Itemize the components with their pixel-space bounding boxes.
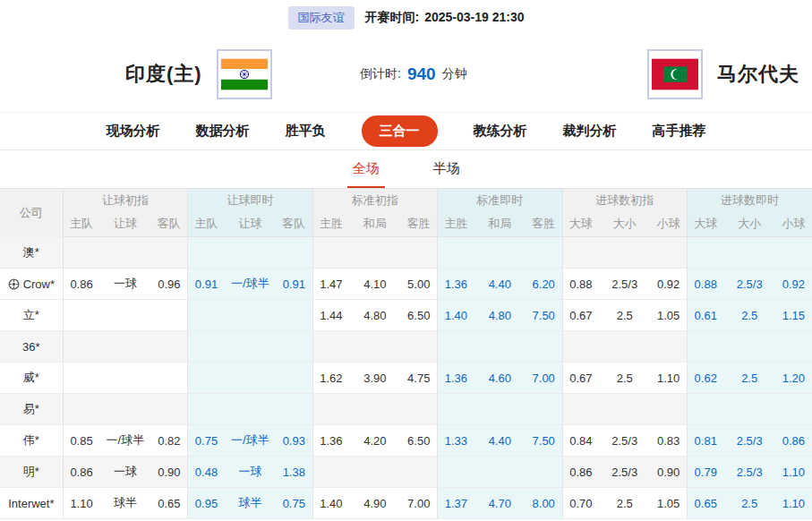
odds-cell[interactable]: 0.86 [562, 457, 599, 488]
company-cell[interactable]: Crow* [0, 269, 63, 300]
odds-cell[interactable]: 0.88 [562, 269, 599, 300]
odds-cell[interactable]: 8.00 [526, 488, 562, 519]
odds-cell[interactable]: 1.05 [650, 300, 687, 331]
odds-cell[interactable]: 0.92 [650, 269, 687, 300]
odds-cell[interactable]: 1.20 [775, 363, 812, 394]
odds-cell[interactable]: 2.5 [599, 488, 650, 519]
odds-cell[interactable]: 2.5/3 [599, 425, 650, 457]
odds-cell[interactable]: 4.20 [349, 425, 400, 457]
odds-cell[interactable]: 1.38 [276, 457, 312, 488]
odds-cell[interactable]: 1.40 [438, 300, 474, 331]
odds-cell[interactable]: 0.84 [562, 425, 599, 457]
odds-cell[interactable]: 0.70 [562, 488, 599, 519]
odds-cell[interactable]: 4.80 [474, 300, 526, 331]
odds-cell[interactable]: 0.95 [188, 488, 225, 519]
odds-cell[interactable]: 4.10 [349, 269, 400, 300]
odds-cell[interactable]: 7.00 [400, 488, 437, 519]
odds-cell[interactable]: 0.92 [775, 269, 812, 300]
company-cell[interactable]: Interwet* [0, 488, 63, 519]
odds-cell[interactable]: 0.82 [151, 425, 188, 457]
odds-cell[interactable]: 0.90 [151, 457, 188, 488]
company-cell[interactable]: 易* [0, 394, 63, 425]
odds-cell[interactable]: 0.67 [562, 300, 599, 331]
nav-tab-three-in-one[interactable]: 三合一 [362, 115, 438, 147]
odds-cell[interactable]: 一/球半 [225, 425, 276, 457]
odds-cell[interactable]: 4.90 [349, 488, 400, 519]
odds-cell[interactable]: 2.5/3 [724, 425, 775, 457]
odds-cell[interactable]: 1.44 [312, 300, 349, 331]
odds-cell[interactable]: 1.40 [312, 488, 349, 519]
odds-cell[interactable]: 0.79 [687, 457, 723, 488]
company-cell[interactable]: 立* [0, 300, 63, 331]
odds-cell[interactable]: 一球 [99, 457, 150, 488]
odds-cell[interactable]: 2.5 [724, 300, 775, 331]
odds-cell[interactable]: 一/球半 [99, 425, 150, 457]
nav-tab-coach-analysis[interactable]: 教练分析 [474, 123, 527, 140]
odds-cell[interactable]: 2.5/3 [724, 457, 775, 488]
company-cell[interactable]: 36* [0, 331, 63, 363]
odds-cell[interactable]: 0.81 [687, 425, 723, 457]
nav-tab-live-analysis[interactable]: 现场分析 [107, 123, 160, 140]
company-cell[interactable]: 威* [0, 363, 63, 394]
odds-cell[interactable]: 1.15 [775, 300, 812, 331]
nav-tab-data-analysis[interactable]: 数据分析 [196, 123, 250, 140]
odds-cell[interactable]: 0.83 [650, 425, 687, 457]
nav-tab-win-draw-lose[interactable]: 胜平负 [286, 123, 326, 140]
odds-cell[interactable]: 4.80 [349, 300, 400, 331]
odds-cell[interactable]: 1.36 [312, 425, 349, 457]
odds-cell[interactable]: 0.67 [562, 363, 599, 394]
odds-cell[interactable]: 0.93 [276, 425, 312, 457]
subtab-half-match[interactable]: 半场 [428, 160, 466, 188]
odds-cell[interactable]: 0.75 [188, 425, 225, 457]
odds-cell[interactable]: 4.75 [400, 363, 437, 394]
odds-cell[interactable]: 一球 [225, 457, 276, 488]
odds-cell[interactable]: 3.90 [349, 363, 400, 394]
odds-cell[interactable]: 4.60 [474, 363, 526, 394]
odds-cell[interactable]: 2.5 [724, 488, 775, 519]
odds-cell[interactable]: 1.05 [650, 488, 687, 519]
odds-cell[interactable]: 0.61 [687, 300, 723, 331]
odds-cell[interactable]: 一球 [99, 269, 150, 300]
odds-cell[interactable]: 1.10 [650, 363, 687, 394]
odds-cell[interactable]: 1.10 [63, 488, 99, 519]
odds-cell[interactable]: 0.88 [687, 269, 723, 300]
odds-cell[interactable]: 0.90 [650, 457, 687, 488]
odds-cell[interactable]: 0.62 [687, 363, 723, 394]
odds-cell[interactable]: 0.48 [188, 457, 225, 488]
odds-cell[interactable]: 0.96 [151, 269, 188, 300]
subtab-full-match[interactable]: 全场 [347, 160, 385, 188]
odds-cell[interactable]: 球半 [225, 488, 276, 519]
odds-cell[interactable]: 2.5/3 [599, 457, 650, 488]
odds-cell[interactable]: 1.47 [312, 269, 349, 300]
odds-cell[interactable]: 0.86 [63, 457, 99, 488]
odds-cell[interactable]: 2.5/3 [599, 269, 650, 300]
odds-cell[interactable]: 6.50 [400, 300, 437, 331]
odds-cell[interactable]: 0.86 [775, 425, 812, 457]
company-cell[interactable]: 伟* [0, 425, 63, 457]
odds-cell[interactable]: 球半 [99, 488, 150, 519]
odds-cell[interactable]: 4.40 [474, 269, 526, 300]
odds-cell[interactable]: 0.86 [63, 269, 99, 300]
odds-cell[interactable]: 4.70 [474, 488, 526, 519]
odds-cell[interactable]: 1.33 [438, 425, 474, 457]
nav-tab-expert-picks[interactable]: 高手推荐 [653, 123, 706, 140]
odds-cell[interactable]: 0.91 [188, 269, 225, 300]
odds-cell[interactable]: 0.65 [151, 488, 188, 519]
odds-cell[interactable]: 4.40 [474, 425, 526, 457]
odds-cell[interactable]: 1.36 [438, 363, 474, 394]
odds-cell[interactable]: 1.10 [775, 488, 812, 519]
odds-cell[interactable]: 0.91 [276, 269, 312, 300]
company-cell[interactable]: 明* [0, 457, 63, 488]
odds-cell[interactable]: 5.00 [400, 269, 437, 300]
odds-cell[interactable]: 2.5 [599, 300, 650, 331]
odds-cell[interactable]: 1.62 [312, 363, 349, 394]
odds-cell[interactable]: 2.5/3 [724, 269, 775, 300]
odds-cell[interactable]: 7.50 [526, 425, 562, 457]
odds-cell[interactable]: 7.00 [526, 363, 562, 394]
odds-cell[interactable]: 2.5 [724, 363, 775, 394]
nav-tab-referee-analysis[interactable]: 裁判分析 [563, 123, 617, 140]
odds-cell[interactable]: 2.5 [599, 363, 650, 394]
odds-cell[interactable]: 1.36 [438, 269, 474, 300]
odds-cell[interactable]: 7.50 [526, 300, 562, 331]
odds-cell[interactable]: 0.85 [63, 425, 99, 457]
